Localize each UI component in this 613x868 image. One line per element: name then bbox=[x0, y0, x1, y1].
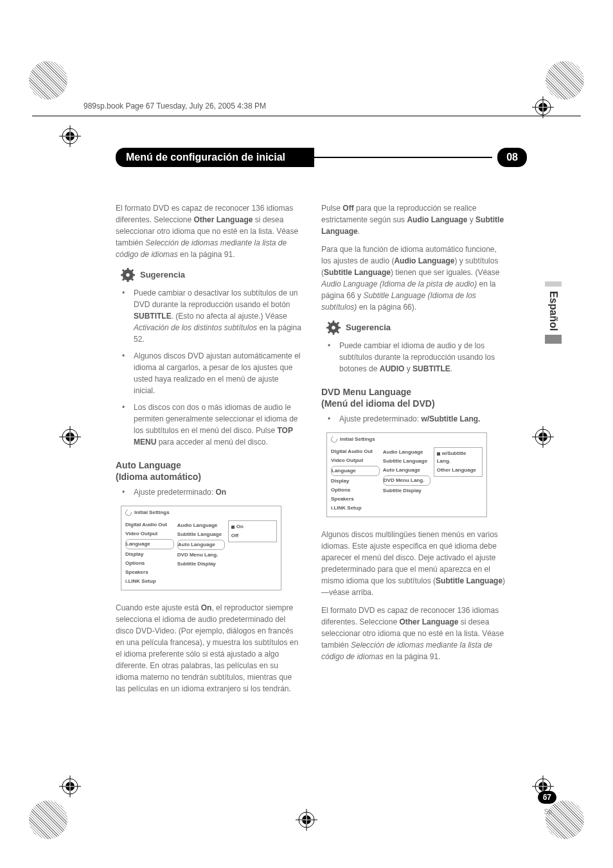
paragraph: Cuando este ajuste está On, el reproduct… bbox=[116, 602, 302, 695]
menu-item-selected: Language bbox=[331, 466, 380, 476]
registration-mark-icon bbox=[59, 125, 81, 147]
menu-item: Subtitle Display bbox=[177, 560, 225, 569]
paragraph: El formato DVD es capaz de reconocer 136… bbox=[116, 202, 302, 260]
settings-screenshot: Initial Settings Digital Audio OutVideo … bbox=[121, 506, 281, 590]
svg-line-19 bbox=[337, 323, 339, 324]
menu-option: w/Subtitle Lang. bbox=[437, 449, 479, 466]
page-header: Menú de configuración de inicial 08 bbox=[116, 148, 527, 167]
print-mark-circle bbox=[546, 801, 584, 839]
menu-item: Auto Language bbox=[383, 466, 431, 475]
hint-list: Puede cambiar o desactivar los subtítulo… bbox=[116, 287, 302, 448]
svg-line-17 bbox=[337, 332, 339, 333]
list-item: Ajuste predeterminado: w/Subtitle Lang. bbox=[333, 413, 508, 425]
list-item: Los discos con dos o más idiomas de audi… bbox=[127, 402, 302, 448]
menu-item: Subtitle Language bbox=[177, 530, 225, 539]
print-mark-circle bbox=[29, 61, 67, 100]
paragraph: El formato DVD es capaz de reconocer 136… bbox=[321, 605, 508, 662]
print-header-line bbox=[32, 116, 581, 116]
menu-option: Off bbox=[231, 531, 274, 540]
right-column: Pulse Off para que la reproducción se re… bbox=[321, 202, 508, 701]
settings-title: Initial Settings bbox=[327, 433, 486, 446]
hint-header: Sugerencia bbox=[121, 268, 302, 282]
menu-item-selected: DVD Menu Lang. bbox=[383, 475, 431, 486]
menu-item: Display bbox=[125, 550, 174, 559]
menu-item: Audio Language bbox=[383, 448, 431, 457]
default-setting: Ajuste predeterminado: On bbox=[116, 486, 302, 498]
menu-item: Video Output bbox=[331, 456, 380, 465]
svg-line-7 bbox=[132, 279, 134, 281]
list-item: Algunos discos DVD ajustan automáticamen… bbox=[127, 350, 302, 396]
menu-item: Speakers bbox=[125, 568, 174, 577]
section-heading: DVD Menu Language (Menú del idioma del D… bbox=[321, 386, 508, 409]
chapter-number: 08 bbox=[497, 148, 527, 167]
paragraph: Para que la función de idioma automático… bbox=[321, 244, 508, 313]
left-column: El formato DVD es capaz de reconocer 136… bbox=[116, 202, 302, 701]
list-item: Ajuste predeterminado: On bbox=[127, 486, 302, 498]
registration-mark-icon bbox=[59, 426, 81, 448]
svg-point-1 bbox=[126, 273, 130, 277]
menu-item: i.LINK Setup bbox=[331, 504, 380, 513]
svg-point-11 bbox=[332, 326, 335, 330]
menu-item: Audio Language bbox=[177, 521, 225, 530]
settings-left-col: Digital Audio OutVideo OutputLanguageDis… bbox=[331, 447, 380, 513]
gear-icon bbox=[121, 268, 135, 282]
print-mark-circle bbox=[546, 61, 584, 100]
loop-icon bbox=[330, 436, 339, 445]
menu-item: Digital Audio Out bbox=[331, 447, 380, 456]
svg-line-6 bbox=[123, 270, 125, 272]
settings-right-col: OnOff bbox=[228, 520, 277, 542]
registration-mark-icon bbox=[532, 775, 554, 797]
settings-title: Initial Settings bbox=[121, 506, 281, 519]
svg-line-16 bbox=[328, 323, 330, 324]
svg-line-18 bbox=[328, 332, 330, 333]
menu-item: Display bbox=[331, 477, 380, 486]
print-mark-circle bbox=[29, 801, 67, 839]
list-item: Puede cambiar el idioma de audio y de lo… bbox=[333, 340, 508, 375]
settings-right-col: w/Subtitle Lang.Other Language bbox=[434, 447, 483, 477]
default-setting: Ajuste predeterminado: w/Subtitle Lang. bbox=[321, 413, 508, 425]
registration-mark-icon bbox=[296, 809, 317, 831]
menu-item: DVD Menu Lang. bbox=[177, 551, 225, 560]
menu-option: On bbox=[231, 522, 274, 531]
menu-item: i.LINK Setup bbox=[125, 577, 174, 586]
registration-mark-icon bbox=[532, 426, 554, 448]
hint-label: Sugerencia bbox=[346, 321, 391, 334]
registration-mark-icon bbox=[59, 775, 81, 797]
registration-mark-icon bbox=[532, 96, 554, 118]
section-heading: Auto Language (Idioma automático) bbox=[116, 459, 302, 483]
print-header: 989sp.book Page 67 Tuesday, July 26, 200… bbox=[84, 102, 266, 111]
loop-icon bbox=[124, 509, 133, 518]
hint-header: Sugerencia bbox=[326, 321, 508, 335]
svg-line-9 bbox=[132, 270, 134, 272]
paragraph: Pulse Off para que la reproducción se re… bbox=[321, 202, 508, 237]
menu-item: Video Output bbox=[125, 529, 174, 538]
menu-item: Subtitle Display bbox=[383, 486, 431, 495]
paragraph: Algunos discos multilingües tienen menús… bbox=[321, 529, 508, 598]
menu-item: Digital Audio Out bbox=[125, 520, 174, 529]
hint-list: Puede cambiar el idioma de audio y de lo… bbox=[321, 340, 508, 375]
hint-label: Sugerencia bbox=[140, 269, 185, 281]
menu-item: Speakers bbox=[331, 495, 380, 504]
menu-item: Options bbox=[331, 486, 380, 495]
menu-option: Other Language bbox=[437, 466, 479, 475]
page-title: Menú de configuración de inicial bbox=[116, 148, 314, 167]
settings-screenshot: Initial Settings Digital Audio OutVideo … bbox=[326, 432, 487, 517]
settings-mid-col: Audio LanguageSubtitle LanguageAuto Lang… bbox=[382, 447, 431, 496]
menu-item: Subtitle Language bbox=[383, 457, 431, 466]
gear-icon bbox=[326, 321, 341, 335]
menu-item-selected: Language bbox=[125, 539, 174, 549]
language-tab-label: Español bbox=[547, 290, 559, 330]
svg-line-8 bbox=[123, 279, 125, 281]
page-language-code: Sp bbox=[544, 808, 552, 815]
menu-item: Options bbox=[125, 559, 174, 568]
settings-left-col: Digital Audio OutVideo OutputLanguageDis… bbox=[125, 520, 174, 586]
menu-item-selected: Auto Language bbox=[177, 540, 225, 550]
language-tab: Español bbox=[545, 286, 562, 344]
list-item: Puede cambiar o desactivar los subtítulo… bbox=[127, 287, 302, 345]
settings-mid-col: Audio LanguageSubtitle LanguageAuto Lang… bbox=[177, 520, 226, 569]
